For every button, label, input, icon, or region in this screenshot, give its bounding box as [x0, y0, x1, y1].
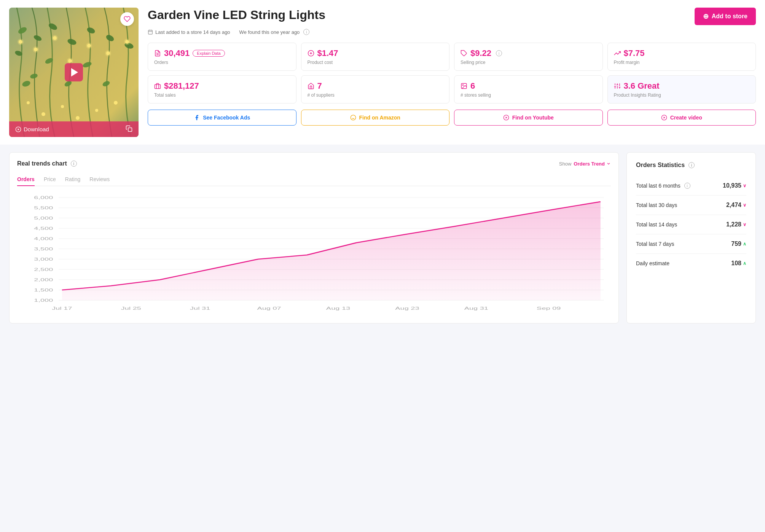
play-button[interactable] — [65, 63, 83, 81]
selling-price-value: $9.22 — [470, 48, 491, 58]
download-icon — [15, 126, 21, 132]
selling-price-info-icon[interactable]: i — [496, 50, 502, 56]
profit-margin-label: Profit margin — [614, 60, 750, 65]
product-cost-label: Product cost — [308, 60, 443, 65]
svg-point-26 — [105, 50, 111, 56]
svg-marker-65 — [505, 116, 507, 118]
product-header: Download Garden Vine LED String Lights A… — [0, 0, 765, 145]
chart-info-icon[interactable]: i — [71, 161, 77, 167]
download-button[interactable]: Download — [15, 126, 49, 132]
svg-text:Aug 23: Aug 23 — [395, 306, 419, 311]
amazon-icon — [350, 115, 356, 121]
image-bottom-bar: Download — [9, 121, 139, 137]
svg-text:4,500: 4,500 — [34, 226, 53, 231]
stat-row-6months-value[interactable]: 10,935 ∨ — [723, 182, 746, 189]
explain-data-button[interactable]: Explain Data — [193, 50, 225, 57]
svg-point-51 — [462, 84, 463, 85]
svg-text:Sep 09: Sep 09 — [537, 306, 561, 311]
svg-text:Jul 31: Jul 31 — [190, 306, 210, 311]
total-sales-value: $281,127 — [164, 81, 199, 91]
svg-point-20 — [52, 35, 58, 41]
svg-marker-37 — [18, 128, 19, 130]
insights-rating-value: 3.6 Great — [624, 81, 660, 91]
heart-icon — [124, 16, 131, 22]
find-on-amazon-button[interactable]: Find on Amazon — [301, 110, 450, 126]
stat-row-7days-value[interactable]: 759 ∧ — [731, 241, 746, 247]
svg-point-28 — [124, 39, 130, 45]
suppliers-value: 7 — [317, 81, 322, 91]
main-content: Real trends chart i Show Orders Trend Or… — [0, 145, 765, 331]
orders-label: Orders — [154, 60, 290, 65]
stat-row-30days: Total last 30 days 2,474 ∨ — [636, 196, 746, 215]
svg-point-18 — [33, 46, 39, 53]
svg-text:Aug 13: Aug 13 — [326, 306, 350, 311]
svg-text:3,500: 3,500 — [34, 247, 53, 251]
chart-section: Real trends chart i Show Orders Trend Or… — [9, 152, 619, 323]
add-to-store-button[interactable]: Add to store — [695, 8, 756, 25]
arrow-up-icon-7days: ∧ — [743, 241, 746, 247]
svg-text:Aug 07: Aug 07 — [257, 306, 281, 311]
stat-row-7days-label: Total last 7 days — [636, 241, 674, 247]
create-video-button[interactable]: Create video — [607, 110, 756, 126]
find-on-youtube-button[interactable]: Find on Youtube — [454, 110, 603, 126]
youtube-icon — [503, 115, 509, 121]
orders-stats-info-icon[interactable]: i — [688, 162, 695, 168]
svg-rect-39 — [148, 30, 153, 34]
arrow-down-icon-30days: ∨ — [743, 202, 746, 208]
svg-text:5,000: 5,000 — [34, 216, 53, 220]
stat-row-daily-value[interactable]: 108 ∧ — [731, 260, 746, 267]
show-selector: Show Orders Trend — [559, 161, 611, 167]
profit-margin-stat-card: $7.75 Profit margin — [607, 43, 756, 71]
product-title: Garden Vine LED String Lights — [148, 8, 325, 22]
stat-row-6months: Total last 6 months i 10,935 ∨ — [636, 176, 746, 196]
chart-area: 6,000 5,500 5,000 4,500 4,000 3,500 3,00… — [17, 194, 611, 315]
tab-price[interactable]: Price — [44, 173, 56, 186]
settings-sliders-icon — [614, 83, 621, 89]
svg-text:Jul 25: Jul 25 — [121, 306, 141, 311]
svg-point-34 — [114, 101, 118, 105]
heart-button[interactable] — [120, 12, 134, 26]
chart-title: Real trends chart i — [17, 160, 77, 167]
image-icon — [461, 83, 467, 89]
product-info: Garden Vine LED String Lights Add to sto… — [148, 8, 756, 126]
product-image-container: Download — [9, 8, 139, 137]
trend-up-icon — [614, 50, 621, 57]
facebook-icon — [194, 115, 200, 121]
stat-row-6months-label: Total last 6 months i — [636, 183, 690, 189]
home-icon — [308, 83, 314, 89]
svg-text:3,000: 3,000 — [34, 257, 53, 261]
copy-button[interactable] — [126, 125, 132, 133]
video-icon — [661, 115, 667, 121]
insights-rating-label: Product Insights Rating — [614, 92, 750, 98]
found-ago-info-icon[interactable]: i — [303, 29, 309, 35]
svg-rect-49 — [155, 84, 161, 89]
tab-reviews[interactable]: Reviews — [89, 173, 110, 186]
price-tag-icon — [461, 50, 467, 57]
chart-svg: 6,000 5,500 5,000 4,500 4,000 3,500 3,00… — [17, 194, 611, 315]
svg-point-16 — [18, 39, 24, 45]
stat-row-daily: Daily estimate 108 ∧ — [636, 254, 746, 273]
svg-marker-67 — [663, 116, 665, 118]
svg-text:1,000: 1,000 — [34, 298, 53, 303]
stat-row-14days-value[interactable]: 1,228 ∨ — [726, 221, 746, 228]
suppliers-label: # of suppliers — [308, 92, 443, 98]
calendar-icon — [148, 29, 153, 35]
tab-orders[interactable]: Orders — [17, 173, 35, 186]
chart-header: Real trends chart i Show Orders Trend — [17, 160, 611, 167]
insights-rating-stat-card: 3.6 Great Product Insights Rating — [607, 75, 756, 104]
stat-row-30days-value[interactable]: 2,474 ∨ — [726, 202, 746, 209]
see-facebook-ads-button[interactable]: See Facebook Ads — [148, 110, 296, 126]
stat-6months-info-icon[interactable]: i — [684, 183, 690, 189]
stores-selling-value: 6 — [470, 81, 475, 91]
svg-text:Jul 17: Jul 17 — [52, 306, 72, 311]
svg-text:1,500: 1,500 — [34, 288, 53, 292]
stat-row-daily-label: Daily estimate — [636, 260, 669, 266]
orders-statistics-title: Orders Statistics i — [636, 162, 746, 169]
last-added-meta: Last added to a store 14 days ago — [148, 29, 230, 35]
tab-rating[interactable]: Rating — [65, 173, 80, 186]
trend-selector[interactable]: Orders Trend — [574, 161, 611, 167]
arrow-up-icon-daily: ∧ — [743, 261, 746, 266]
copy-icon — [126, 125, 132, 132]
svg-point-33 — [95, 109, 98, 112]
svg-point-29 — [27, 101, 30, 104]
